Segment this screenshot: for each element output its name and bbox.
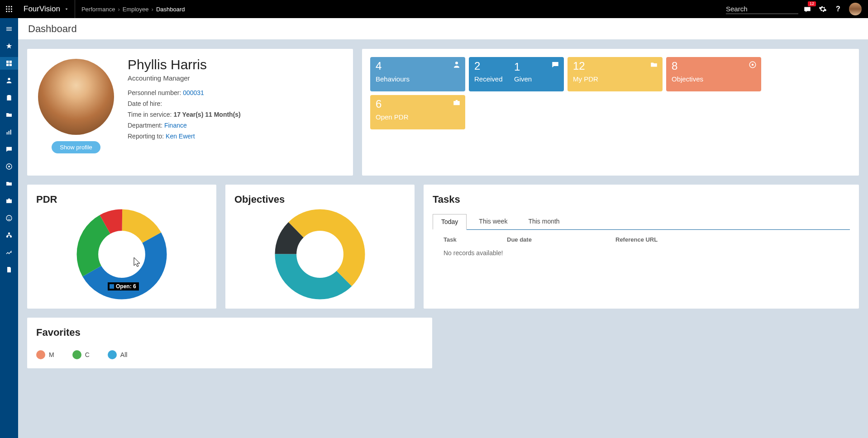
hire-label: Date of hire:	[128, 100, 162, 107]
tab-thismonth[interactable]: This month	[520, 214, 568, 229]
svg-point-19	[6, 215, 12, 221]
personnel-number[interactable]: 000031	[183, 89, 204, 96]
briefcase-icon	[453, 99, 461, 107]
chat-icon	[551, 61, 559, 69]
clipboard-icon[interactable]	[0, 91, 18, 104]
tile-objectives[interactable]: 8 Objectives	[666, 57, 761, 91]
svg-point-38	[298, 233, 341, 276]
tile-openpdr[interactable]: 6 Open PDR	[370, 95, 465, 129]
person-icon	[453, 61, 461, 69]
brand-name: FourVision	[24, 0, 60, 18]
tasks-tabs: Today This week This month	[433, 214, 850, 230]
col-due: Due date	[507, 236, 615, 243]
profile-card: Show profile Phyllis Harris Accounting M…	[27, 49, 353, 176]
svg-point-13	[8, 78, 10, 80]
tooltip-text: Open: 6	[116, 283, 136, 290]
search-input[interactable]	[726, 4, 798, 14]
trend-icon[interactable]	[0, 246, 18, 259]
app-launcher-icon[interactable]	[0, 0, 18, 18]
tile-label: Behaviours	[376, 75, 460, 83]
tile-label: Open PDR	[376, 113, 460, 121]
tasks-title: Tasks	[433, 194, 850, 205]
svg-rect-6	[6, 11, 7, 12]
svg-rect-22	[8, 233, 10, 234]
personnel-label: Personnel number:	[128, 89, 181, 96]
folder2-icon[interactable]	[0, 177, 18, 190]
show-profile-button[interactable]: Show profile	[52, 141, 100, 153]
svg-point-20	[8, 217, 8, 218]
report-label: Reporting to:	[128, 133, 164, 140]
smile-icon[interactable]	[0, 212, 18, 224]
chevron-right-icon: ›	[152, 6, 153, 13]
gear-icon[interactable]	[818, 5, 827, 14]
svg-rect-5	[11, 9, 12, 10]
crumb-dashboard: Dashboard	[156, 6, 185, 13]
target-icon[interactable]	[0, 160, 18, 173]
help-icon[interactable]: ?	[834, 5, 843, 14]
user-avatar[interactable]	[849, 3, 862, 15]
legend-item: All	[108, 350, 128, 359]
legend-item: C	[72, 350, 90, 359]
folder-icon	[650, 61, 658, 69]
profile-name: Phyllis Harris	[128, 57, 241, 72]
svg-point-27	[752, 64, 754, 66]
messages-icon[interactable]: 12	[803, 5, 812, 14]
svg-rect-2	[11, 6, 12, 7]
col-url: Reference URL	[615, 236, 658, 243]
legend-label: C	[85, 351, 90, 358]
svg-rect-7	[9, 11, 10, 12]
objectives-panel: Objectives	[225, 185, 415, 309]
svg-rect-15	[9, 131, 10, 134]
crumb-employee[interactable]: Employee	[123, 6, 149, 13]
tile-count: 8	[672, 61, 756, 71]
svg-rect-24	[10, 236, 12, 237]
tile-label2: Given	[514, 75, 532, 83]
favorites-title: Favorites	[36, 327, 423, 338]
legend-item: M	[36, 350, 54, 359]
tab-thisweek[interactable]: This week	[470, 214, 516, 229]
tile-mypdr[interactable]: 12 My PDR	[568, 57, 663, 91]
brand-dropdown[interactable]: FourVision	[18, 0, 75, 18]
tasks-empty: No records available!	[433, 247, 850, 267]
tooltip-color-swatch	[110, 284, 114, 289]
dashboard-icon[interactable]	[0, 57, 18, 70]
tis-label: Time in service:	[128, 111, 172, 118]
notification-badge: 12	[808, 1, 816, 6]
pdr-title: PDR	[36, 194, 207, 205]
doc-icon[interactable]	[0, 263, 18, 276]
briefcase-icon[interactable]	[0, 195, 18, 207]
svg-point-18	[8, 166, 10, 167]
objectives-donut-chart[interactable]	[275, 209, 365, 300]
breadcrumbs: Performance › Employee › Dashboard	[75, 6, 185, 13]
summary-tiles-card: 4 Behaviours 2 1 Received Given 12 My PD…	[362, 49, 859, 176]
svg-rect-16	[10, 130, 11, 135]
report-value[interactable]: Ken Ewert	[166, 133, 195, 140]
legend-dot	[72, 350, 81, 359]
svg-rect-10	[10, 61, 12, 63]
tile-label: My PDR	[573, 75, 657, 83]
chat-icon[interactable]	[0, 143, 18, 156]
profile-photo	[38, 59, 114, 135]
tile-feedback[interactable]: 2 1 Received Given	[469, 57, 564, 91]
dept-value[interactable]: Finance	[164, 122, 187, 129]
chart-icon[interactable]	[0, 126, 18, 138]
menu-toggle-icon[interactable]	[0, 23, 18, 35]
tile-count: 12	[573, 61, 657, 71]
svg-rect-9	[6, 61, 9, 63]
col-task: Task	[444, 236, 507, 243]
favorites-icon[interactable]	[0, 40, 18, 52]
tab-today[interactable]: Today	[433, 214, 467, 230]
svg-rect-11	[6, 64, 9, 66]
svg-rect-14	[7, 132, 8, 134]
tile-behaviours[interactable]: 4 Behaviours	[370, 57, 465, 91]
svg-point-33	[100, 233, 143, 276]
person-icon[interactable]	[0, 74, 18, 87]
target-icon	[749, 61, 757, 69]
favorites-panel: Favorites M C All	[27, 318, 432, 368]
svg-rect-4	[9, 9, 10, 10]
pdr-panel: PDR Open: 6	[27, 185, 216, 309]
legend-label: All	[120, 351, 128, 358]
org-icon[interactable]	[0, 229, 18, 242]
crumb-performance[interactable]: Performance	[81, 6, 115, 13]
folder-icon[interactable]	[0, 109, 18, 121]
